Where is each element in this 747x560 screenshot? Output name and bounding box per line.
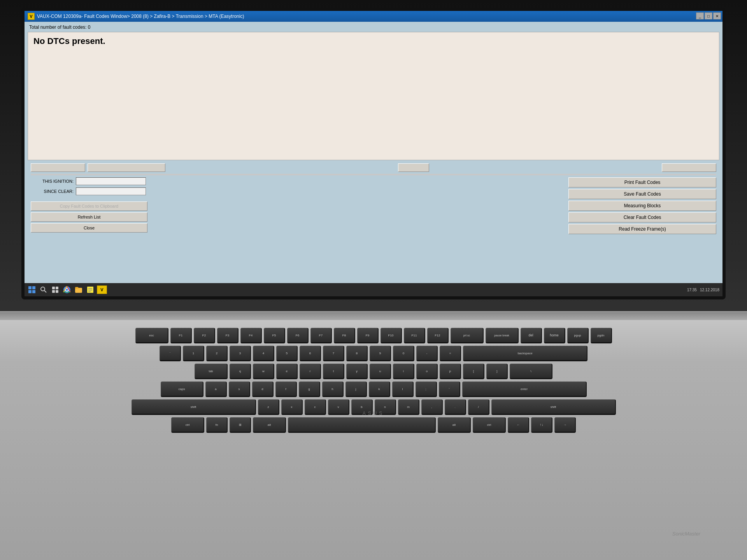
i-key[interactable]: i <box>393 364 414 379</box>
f11-key[interactable]: F11 <box>404 328 425 343</box>
copy-fault-codes-button[interactable]: Copy Fault Codes to Clipboard <box>31 201 147 211</box>
f4-key[interactable]: F4 <box>240 328 262 343</box>
semicolon-key[interactable]: ; <box>416 382 437 397</box>
rctrl-key[interactable]: ctrl <box>473 417 506 433</box>
f8-key[interactable]: F8 <box>334 328 355 343</box>
rshift-key[interactable]: shift <box>491 399 616 415</box>
close-window-button[interactable]: ✕ <box>713 12 721 19</box>
read-freeze-frames-button[interactable]: Read Freeze Frame(s) <box>568 224 716 234</box>
print-fault-codes-button[interactable]: Print Fault Codes <box>568 177 716 187</box>
top-btn-2[interactable] <box>88 163 165 172</box>
start-button[interactable] <box>27 285 37 295</box>
task-view-icon[interactable] <box>50 285 60 295</box>
9-key[interactable]: 9 <box>370 346 391 361</box>
t-key[interactable]: t <box>323 364 344 379</box>
backtick-key[interactable]: ` <box>160 346 181 361</box>
quote-key[interactable]: ' <box>439 382 460 397</box>
save-fault-codes-button[interactable]: Save Fault Codes <box>568 189 716 199</box>
f5-key[interactable]: F5 <box>264 328 285 343</box>
minimize-button[interactable]: _ <box>696 12 704 19</box>
5-key[interactable]: 5 <box>276 346 298 361</box>
m-key[interactable]: m <box>398 399 419 415</box>
pause-key[interactable]: pause break <box>486 328 519 343</box>
x-key[interactable]: x <box>281 399 303 415</box>
f3-key[interactable]: F3 <box>217 328 238 343</box>
g-key[interactable]: g <box>299 382 320 397</box>
clear-fault-codes-button[interactable]: Clear Fault Codes <box>568 212 716 222</box>
4-key[interactable]: 4 <box>253 346 274 361</box>
top-btn-1[interactable] <box>31 163 85 172</box>
explorer-icon[interactable] <box>74 285 84 295</box>
lbracket-key[interactable]: [ <box>463 364 484 379</box>
measuring-blocks-button[interactable]: Measuring Blocks <box>568 201 716 211</box>
del-key[interactable]: del <box>521 328 542 343</box>
pgup-key[interactable]: pgup <box>567 328 589 343</box>
pgdn-key[interactable]: pgdn <box>591 328 612 343</box>
f2-key[interactable]: F2 <box>194 328 215 343</box>
left-arrow-key[interactable]: ← <box>508 417 529 433</box>
win-key[interactable]: ⊞ <box>230 417 251 433</box>
f1-key[interactable]: F1 <box>170 328 192 343</box>
enter-key[interactable]: enter <box>462 382 587 397</box>
backspace-key[interactable]: backspace <box>463 346 587 361</box>
minus-key[interactable]: - <box>416 346 438 361</box>
f9-key[interactable]: F9 <box>357 328 379 343</box>
1-key[interactable]: 1 <box>183 346 204 361</box>
rbracket-key[interactable]: ] <box>486 364 508 379</box>
v-key[interactable]: v <box>328 399 349 415</box>
backslash-key[interactable]: \ <box>510 364 552 379</box>
l-key[interactable]: l <box>392 382 414 397</box>
w-key[interactable]: w <box>253 364 274 379</box>
slash-key[interactable]: / <box>468 399 489 415</box>
z-key[interactable]: z <box>258 399 279 415</box>
home-key[interactable]: home <box>544 328 565 343</box>
top-btn-4[interactable] <box>662 163 716 172</box>
f-key[interactable]: f <box>275 382 297 397</box>
a-key[interactable]: a <box>205 382 227 397</box>
0-key[interactable]: 0 <box>393 346 414 361</box>
p-key[interactable]: p <box>440 364 461 379</box>
right-arrow-key[interactable]: → <box>554 417 576 433</box>
o-key[interactable]: o <box>416 364 438 379</box>
this-ignition-input[interactable] <box>76 177 146 185</box>
lalt-key[interactable]: alt <box>253 417 286 433</box>
y-key[interactable]: y <box>346 364 368 379</box>
prtsc-key[interactable]: prt sc <box>451 328 484 343</box>
esc-key[interactable]: esc <box>135 328 168 343</box>
k-key[interactable]: k <box>369 382 390 397</box>
search-taskbar-icon[interactable] <box>39 285 49 295</box>
2-key[interactable]: 2 <box>206 346 228 361</box>
lshift-key[interactable]: shift <box>132 399 256 415</box>
updown-arrow-key[interactable]: ↑↓ <box>531 417 552 433</box>
comma-key[interactable]: , <box>421 399 443 415</box>
6-key[interactable]: 6 <box>300 346 321 361</box>
8-key[interactable]: 8 <box>346 346 368 361</box>
f12-key[interactable]: F12 <box>427 328 449 343</box>
f7-key[interactable]: F7 <box>310 328 332 343</box>
h-key[interactable]: h <box>322 382 344 397</box>
vaux-taskbar-icon[interactable]: V <box>97 285 107 294</box>
ralt-key[interactable]: alt <box>438 417 471 433</box>
lctrl-key[interactable]: ctrl <box>171 417 204 433</box>
tab-key[interactable]: tab <box>195 364 228 379</box>
sticky-notes-icon[interactable] <box>85 285 95 295</box>
q-key[interactable]: q <box>230 364 251 379</box>
close-button[interactable]: Close <box>31 223 147 233</box>
since-clear-input[interactable] <box>76 187 146 195</box>
chrome-icon[interactable] <box>62 285 72 295</box>
fn-key[interactable]: fn <box>206 417 228 433</box>
f6-key[interactable]: F6 <box>287 328 309 343</box>
r-key[interactable]: r <box>300 364 321 379</box>
equals-key[interactable]: = <box>440 346 461 361</box>
top-btn-3[interactable] <box>398 163 429 172</box>
7-key[interactable]: 7 <box>323 346 344 361</box>
c-key[interactable]: c <box>305 399 326 415</box>
maximize-button[interactable]: □ <box>705 12 712 19</box>
s-key[interactable]: s <box>229 382 250 397</box>
3-key[interactable]: 3 <box>230 346 251 361</box>
caps-key[interactable]: caps <box>161 382 203 397</box>
j-key[interactable]: j <box>345 382 367 397</box>
refresh-list-button[interactable]: Refresh List <box>31 212 147 222</box>
f10-key[interactable]: F10 <box>381 328 402 343</box>
d-key[interactable]: d <box>252 382 274 397</box>
